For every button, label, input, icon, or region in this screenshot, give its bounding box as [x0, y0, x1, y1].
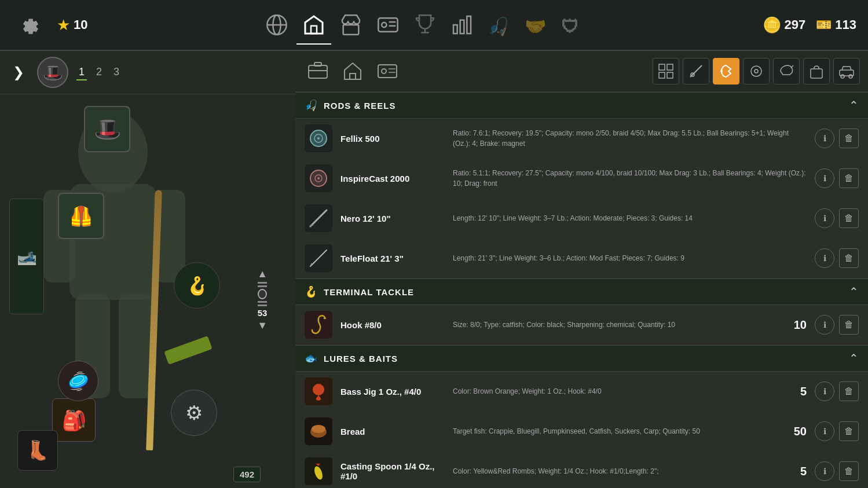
terminal-tackle-section-header[interactable]: 🪝 TERMINAL TACKLE ⌃ [295, 278, 868, 305]
lures-section-chevron: ⌃ [849, 351, 859, 365]
page-tab-1[interactable]: 1 [76, 65, 87, 80]
svg-point-6 [382, 23, 386, 27]
terminal-section-chevron: ⌃ [849, 285, 859, 299]
top-bar-right: 🪙 297 🎫 113 [763, 16, 856, 34]
inspirecast-thumb [305, 164, 332, 192]
filter-bag-tab[interactable] [803, 58, 830, 85]
page-tabs: 1 2 3 [76, 65, 122, 80]
avatar-icon[interactable]: 🎩 [37, 57, 68, 88]
svg-point-38 [751, 66, 761, 76]
chart-nav-icon[interactable] [445, 8, 479, 42]
telefloat-desc: Length: 21' 3"; Line Weight: 3–6 Lb.; Ac… [453, 253, 807, 263]
nero-delete-button[interactable]: 🗑 [839, 208, 859, 228]
premium-icon: 🎫 [816, 17, 832, 32]
hook-slot[interactable]: 🪝 [174, 262, 220, 309]
bag-slot[interactable]: 🎒 [52, 398, 96, 442]
bread-name: Bread [340, 427, 445, 436]
rod-level-number: 53 [258, 308, 268, 318]
id-card-nav-icon[interactable] [371, 8, 405, 42]
svg-point-43 [849, 75, 852, 78]
fellix500-actions: ℹ 🗑 [815, 129, 859, 148]
main-layout: ❯ 🎩 1 2 3 🎩 [0, 51, 868, 488]
svg-point-37 [720, 70, 723, 72]
svg-rect-12 [460, 20, 464, 34]
star-icon: ★ [57, 16, 70, 34]
filter-lure-tab[interactable] [713, 58, 739, 85]
inventory-count: 492 [240, 469, 254, 479]
vest-equipment-slot[interactable]: 🦺 [58, 193, 104, 239]
filter-reel-tab[interactable] [743, 58, 770, 85]
svg-point-58 [313, 465, 324, 481]
hook-actions: ℹ 🗑 [815, 315, 859, 335]
settings-nav-icon[interactable] [12, 8, 46, 42]
svg-point-55 [313, 384, 324, 395]
svg-point-57 [312, 425, 325, 433]
filter-all-tab[interactable] [653, 58, 679, 85]
hook-thumb [305, 311, 332, 339]
casting-spoon-row: Casting Spoon 1/4 Oz., #1/0 Color: Yello… [295, 452, 868, 488]
svg-rect-27 [378, 65, 397, 78]
page-tab-3[interactable]: 3 [111, 65, 122, 80]
coin-icon: 🪙 [763, 16, 781, 34]
coins-count: 297 [785, 17, 806, 32]
nero-info-button[interactable]: ℹ [815, 208, 834, 228]
top-bar-center: 🎣 🤝 🛡 [259, 8, 591, 42]
bread-info-button[interactable]: ℹ [815, 421, 834, 441]
bass-jig-thumb [305, 377, 332, 405]
casting-spoon-delete-button[interactable]: 🗑 [839, 461, 859, 481]
hook-row: Hook #8/0 Size: 8/0; Type: catfish; Colo… [295, 305, 868, 345]
reel-item[interactable]: ⚙ [171, 390, 217, 436]
hook-desc: Size: 8/0; Type: catfish; Color: black; … [453, 320, 778, 330]
id-card-tab[interactable] [373, 57, 402, 86]
rod-case-slot[interactable]: 🎿 [9, 199, 44, 314]
bass-jig-info-button[interactable]: ℹ [815, 381, 834, 401]
hook-delete-button[interactable]: 🗑 [839, 315, 859, 335]
inspirecast-info-button[interactable]: ℹ [815, 168, 834, 188]
globe-nav-icon[interactable] [259, 8, 294, 42]
shop-nav-icon[interactable] [334, 8, 368, 42]
hook-quantity: 10 [786, 318, 807, 332]
bread-delete-button[interactable]: 🗑 [839, 421, 859, 441]
expand-left-button[interactable]: ❯ [8, 62, 29, 83]
rod-bar2 [258, 285, 267, 287]
fellix500-name: Fellix 500 [340, 134, 445, 144]
telefloat-delete-button[interactable]: 🗑 [839, 248, 859, 268]
svg-text:🛡: 🛡 [562, 17, 579, 36]
casting-spoon-info-button[interactable]: ℹ [815, 461, 834, 481]
svg-rect-26 [350, 74, 356, 79]
svg-rect-25 [314, 63, 321, 66]
rods-reels-section-header[interactable]: 🎣 RODS & REELS ⌃ [295, 92, 868, 119]
stars-count: 10 [74, 17, 87, 32]
bass-jig-actions: ℹ 🗑 [815, 381, 859, 401]
fish-nav-icon[interactable]: 🎣 [482, 8, 517, 42]
tackle-box-tab[interactable] [303, 57, 332, 86]
rods-section-icon: 🎣 [305, 99, 318, 112]
filter-car-tab[interactable] [833, 58, 860, 85]
coming1-nav-icon[interactable]: 🤝 [519, 8, 554, 42]
svg-point-46 [317, 137, 320, 140]
filter-rod-tab[interactable] [683, 58, 709, 85]
trophy-nav-icon[interactable] [408, 8, 442, 42]
filter-bait-tab[interactable] [773, 58, 800, 85]
rod-up-button[interactable]: ▲ [257, 268, 268, 280]
rods-reels-title: 🎣 RODS & REELS [305, 99, 396, 112]
bread-thumb [305, 417, 332, 445]
telefloat-info-button[interactable]: ℹ [815, 248, 834, 268]
hook-info-button[interactable]: ℹ [815, 315, 834, 335]
rod-down-button[interactable]: ▼ [257, 320, 268, 332]
lures-baits-section-header[interactable]: 🐟 LURES & BAITS ⌃ [295, 345, 868, 372]
hat-equipment-slot[interactable]: 🎩 [84, 106, 130, 152]
stars-display: ★ 10 [57, 16, 87, 34]
coming2-nav-icon[interactable]: 🛡 [556, 8, 591, 42]
home-nav-icon[interactable] [296, 8, 331, 42]
fellix500-info-button[interactable]: ℹ [815, 129, 834, 148]
page-tab-2[interactable]: 2 [94, 65, 104, 80]
home-tab[interactable] [338, 57, 367, 86]
inspirecast-delete-button[interactable]: 🗑 [839, 168, 859, 188]
coins-display: 🪙 297 [763, 16, 806, 34]
fellix500-delete-button[interactable]: 🗑 [839, 129, 859, 148]
boots-slot[interactable]: 👢 [17, 430, 58, 471]
spool-item[interactable]: 🥏 [58, 361, 98, 401]
bass-jig-delete-button[interactable]: 🗑 [839, 381, 859, 401]
casting-spoon-name: Casting Spoon 1/4 Oz., #1/0 [340, 461, 445, 481]
